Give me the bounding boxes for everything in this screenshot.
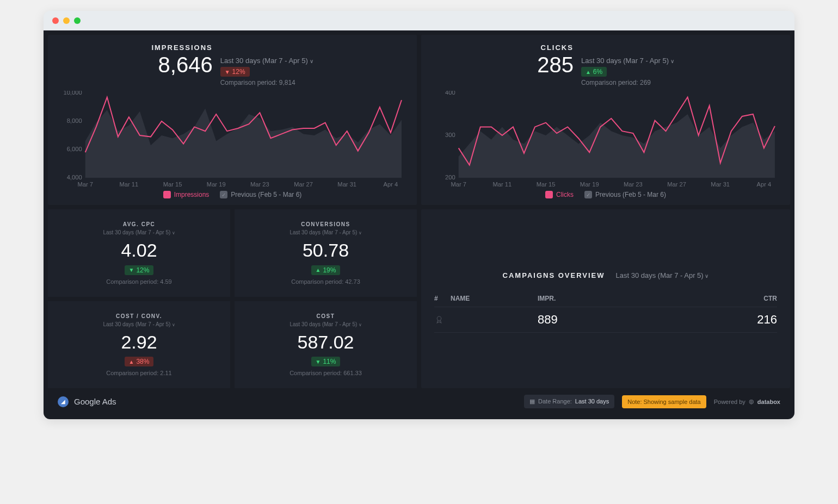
source-label: Google Ads: [74, 397, 116, 406]
clicks-change-badge: ▲6%: [581, 67, 607, 77]
clicks-title: CLICKS: [537, 43, 574, 52]
legend-clicks[interactable]: ✓Clicks: [545, 191, 574, 198]
svg-text:400: 400: [445, 91, 455, 96]
impressions-value: 8,646: [151, 53, 212, 77]
svg-text:8,000: 8,000: [67, 117, 82, 124]
svg-text:Mar 23: Mar 23: [250, 181, 269, 188]
svg-text:Mar 19: Mar 19: [207, 181, 226, 188]
powered-by: Powered by ◍ databox: [714, 398, 780, 405]
campaigns-panel: CAMPAIGNS OVERVIEW Last 30 days (Mar 7 -…: [421, 209, 790, 388]
clicks-value: 285: [537, 53, 574, 77]
down-arrow-icon: ▼: [225, 69, 230, 75]
impressions-panel: IMPRESSIONS 8,646 Last 30 days (Mar 7 - …: [48, 35, 417, 205]
databox-icon: ◍: [749, 398, 754, 405]
metrics-grid: AVG. CPC Last 30 days (Mar 7 - Apr 5) 4.…: [48, 209, 417, 388]
clicks-panel: CLICKS 285 Last 30 days (Mar 7 - Apr 5) …: [421, 35, 790, 205]
svg-text:Mar 11: Mar 11: [119, 181, 138, 188]
browser-window: IMPRESSIONS 8,646 Last 30 days (Mar 7 - …: [44, 11, 794, 419]
legend-previous-clicks[interactable]: ✓Previous (Feb 5 - Mar 6): [584, 191, 666, 198]
legend-previous[interactable]: ✓Previous (Feb 5 - Mar 6): [220, 191, 301, 198]
metric-costconv: COST / CONV. Last 30 days (Mar 7 - Apr 5…: [48, 301, 230, 389]
svg-text:Mar 15: Mar 15: [537, 181, 556, 188]
sample-data-note: Note: Showing sample data: [622, 395, 706, 408]
campaigns-daterange[interactable]: Last 30 days (Mar 7 - Apr 5): [616, 271, 709, 279]
svg-text:Mar 7: Mar 7: [451, 181, 466, 188]
clicks-comparison: Comparison period: 269: [581, 79, 651, 86]
clicks-chart: 200300400Mar 7Mar 11Mar 15Mar 19Mar 23Ma…: [434, 91, 777, 189]
cost-badge: ▼11%: [311, 357, 341, 366]
svg-text:4,000: 4,000: [67, 174, 82, 181]
impressions-comparison: Comparison period: 9,814: [220, 79, 295, 86]
svg-text:Mar 19: Mar 19: [580, 181, 599, 188]
svg-text:Mar 23: Mar 23: [624, 181, 643, 188]
metric-conversions: CONVERSIONS Last 30 days (Mar 7 - Apr 5)…: [235, 209, 417, 297]
medal-icon: [434, 315, 444, 325]
legend-impressions[interactable]: ✓Impressions: [163, 191, 210, 198]
svg-text:Mar 15: Mar 15: [163, 181, 182, 188]
avgcpc-badge: ▼12%: [125, 265, 154, 275]
minimize-icon[interactable]: [63, 17, 70, 24]
campaigns-title: CAMPAIGNS OVERVIEW: [503, 271, 605, 279]
svg-text:Mar 27: Mar 27: [294, 181, 313, 188]
svg-text:Mar 7: Mar 7: [77, 181, 93, 188]
close-icon[interactable]: [52, 17, 59, 24]
table-row[interactable]: 889 216: [434, 307, 777, 333]
clicks-daterange[interactable]: Last 30 days (Mar 7 - Apr 5): [581, 57, 674, 65]
svg-text:Mar 31: Mar 31: [337, 181, 356, 188]
impressions-change-badge: ▼12%: [220, 67, 250, 77]
svg-text:10,000: 10,000: [63, 91, 82, 96]
svg-text:300: 300: [445, 132, 455, 138]
campaigns-table-header: # NAME IMPR. CTR: [434, 290, 777, 307]
metric-avgcpc: AVG. CPC Last 30 days (Mar 7 - Apr 5) 4.…: [48, 209, 230, 297]
calendar-icon: ▦: [529, 398, 535, 405]
svg-text:Mar 31: Mar 31: [711, 181, 730, 188]
conversions-badge: ▲19%: [311, 265, 341, 275]
impressions-daterange[interactable]: Last 30 days (Mar 7 - Apr 5): [220, 57, 313, 65]
svg-text:Apr 4: Apr 4: [757, 181, 772, 188]
titlebar: [44, 11, 794, 30]
svg-text:Apr 4: Apr 4: [384, 181, 398, 188]
impressions-title: IMPRESSIONS: [151, 43, 212, 52]
footer: ◢ Google Ads ▦ Date Range: Last 30 days …: [48, 388, 790, 415]
up-arrow-icon: ▲: [586, 69, 591, 75]
footer-daterange[interactable]: ▦ Date Range: Last 30 days: [524, 395, 614, 408]
svg-point-23: [437, 316, 441, 321]
costconv-badge: ▲38%: [125, 357, 154, 366]
svg-text:6,000: 6,000: [67, 146, 82, 152]
dashboard: IMPRESSIONS 8,646 Last 30 days (Mar 7 - …: [44, 30, 794, 419]
svg-text:Mar 11: Mar 11: [492, 181, 512, 188]
clicks-legend: ✓Clicks ✓Previous (Feb 5 - Mar 6): [434, 191, 777, 198]
metric-cost: COST Last 30 days (Mar 7 - Apr 5) 587.02…: [235, 301, 417, 389]
maximize-icon[interactable]: [74, 17, 81, 24]
svg-text:Mar 27: Mar 27: [667, 181, 686, 188]
impressions-legend: ✓Impressions ✓Previous (Feb 5 - Mar 6): [61, 191, 404, 198]
svg-text:200: 200: [445, 174, 455, 181]
impressions-chart: 4,0006,0008,00010,000Mar 7Mar 11Mar 15Ma…: [61, 91, 404, 189]
source-icon: ◢: [58, 396, 69, 407]
